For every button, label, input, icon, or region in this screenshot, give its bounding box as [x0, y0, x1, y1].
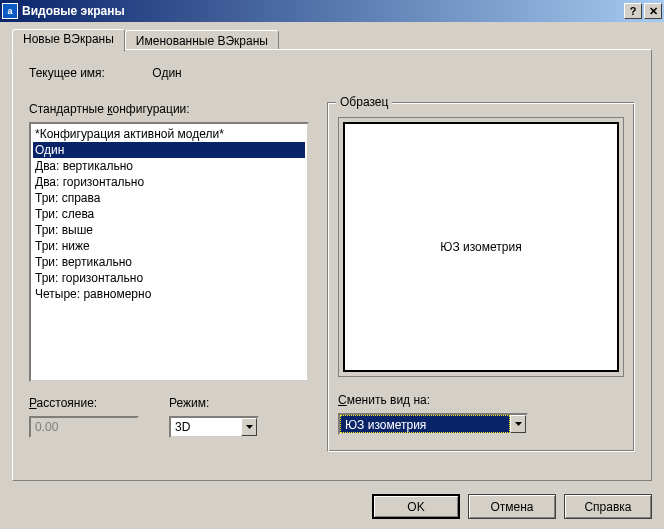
- window-title: Видовые экраны: [22, 4, 624, 18]
- dialog-client: Новые ВЭкраны Именованные ВЭкраны Текуще…: [4, 22, 660, 525]
- mode-combo[interactable]: 3D: [169, 416, 259, 438]
- tab-strip: Новые ВЭкраны Именованные ВЭкраны: [12, 28, 279, 51]
- change-view-label: Сменить вид на:: [338, 393, 624, 407]
- preview-text: ЮЗ изометрия: [440, 240, 521, 254]
- help-sys-button[interactable]: ?: [624, 3, 642, 19]
- distance-label: Расстояние:: [29, 396, 139, 410]
- tab-new-viewports[interactable]: Новые ВЭкраны: [12, 29, 125, 52]
- list-item[interactable]: Три: выше: [33, 222, 305, 238]
- change-view-combo[interactable]: ЮЗ изометрия: [338, 413, 528, 435]
- current-name-row: Текущее имя: Один: [29, 66, 635, 80]
- list-item[interactable]: Три: ниже: [33, 238, 305, 254]
- list-item[interactable]: Три: слева: [33, 206, 305, 222]
- ok-button[interactable]: OK: [372, 494, 460, 519]
- list-item[interactable]: Три: горизонтально: [33, 270, 305, 286]
- preview-frame: ЮЗ изометрия: [338, 117, 624, 377]
- list-item[interactable]: Три: справа: [33, 190, 305, 206]
- close-sys-button[interactable]: ✕: [644, 3, 662, 19]
- app-icon: a: [2, 3, 18, 19]
- list-item[interactable]: Три: вертикально: [33, 254, 305, 270]
- list-item[interactable]: Четыре: равномерно: [33, 286, 305, 302]
- sample-groupbox: Образец ЮЗ изометрия Сменить вид на: ЮЗ …: [327, 102, 635, 452]
- list-item[interactable]: Два: вертикально: [33, 158, 305, 174]
- cancel-button[interactable]: Отмена: [468, 494, 556, 519]
- list-item[interactable]: Два: горизонтально: [33, 174, 305, 190]
- preview-viewport: ЮЗ изометрия: [343, 122, 619, 372]
- change-view-combo-value: ЮЗ изометрия: [340, 415, 510, 433]
- list-item[interactable]: *Конфигурация активной модели*: [33, 126, 305, 142]
- current-name-label: Текущее имя:: [29, 66, 149, 80]
- dialog-buttons: OK Отмена Справка: [372, 494, 652, 519]
- help-button[interactable]: Справка: [564, 494, 652, 519]
- sample-group-title: Образец: [336, 95, 392, 109]
- tab-panel-new: Текущее имя: Один Стандартные конфигурац…: [12, 49, 652, 481]
- standard-configs-listbox[interactable]: *Конфигурация активной модели*ОдинДва: в…: [29, 122, 309, 382]
- chevron-down-icon: [515, 422, 522, 426]
- standard-configs-label: Стандартные конфигурации:: [29, 102, 309, 116]
- title-bar: a Видовые экраны ? ✕: [0, 0, 664, 22]
- mode-combo-value: 3D: [171, 418, 241, 436]
- list-item[interactable]: Один: [33, 142, 305, 158]
- distance-spinbox: ▲ ▼: [29, 416, 139, 438]
- mode-label: Режим:: [169, 396, 259, 410]
- mode-combo-button[interactable]: [241, 418, 257, 436]
- chevron-down-icon: [246, 425, 253, 429]
- current-name-value: Один: [152, 66, 181, 80]
- change-view-combo-button[interactable]: [510, 415, 526, 433]
- distance-input: [31, 418, 189, 436]
